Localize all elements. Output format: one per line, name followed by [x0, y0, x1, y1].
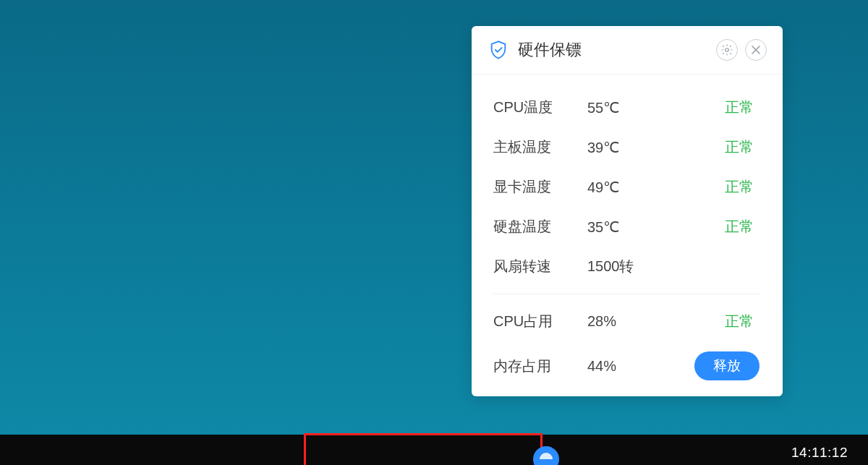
release-memory-button[interactable]: 释放 — [694, 351, 760, 380]
metric-status: 正常 — [660, 312, 761, 331]
taskbar[interactable]: 14:11:12 — [0, 435, 868, 465]
metric-row-cpu-temp: CPU温度 55℃ 正常 — [493, 88, 761, 127]
metric-row-board-temp: 主板温度 39℃ 正常 — [493, 127, 761, 167]
panel-body: CPU温度 55℃ 正常 主板温度 39℃ 正常 显卡温度 49℃ 正常 硬盘温… — [472, 74, 783, 396]
divider — [493, 294, 761, 294]
settings-button[interactable] — [716, 39, 738, 61]
metric-action: 释放 — [660, 351, 761, 380]
metric-row-gpu-temp: 显卡温度 49℃ 正常 — [493, 167, 761, 207]
metric-value: 1500转 — [587, 257, 660, 276]
metric-status: 正常 — [660, 98, 761, 117]
panel-header: 硬件保镖 — [472, 26, 783, 74]
metric-label: 显卡温度 — [493, 177, 587, 197]
metric-row-fan-speed: 风扇转速 1500转 — [493, 247, 761, 286]
metric-value: 39℃ — [587, 139, 660, 156]
metric-label: 硬盘温度 — [493, 217, 587, 236]
metric-status: 正常 — [660, 177, 761, 197]
taskbar-clock[interactable]: 14:11:12 — [791, 445, 848, 461]
metric-row-memory-usage: 内存占用 44% 释放 — [493, 341, 761, 391]
shield-check-icon — [488, 39, 509, 61]
metric-row-disk-temp: 硬盘温度 35℃ 正常 — [493, 207, 761, 247]
metric-label: 主板温度 — [493, 137, 587, 157]
metric-label: CPU占用 — [493, 312, 587, 331]
metric-value: 55℃ — [587, 99, 660, 116]
panel-title: 硬件保镖 — [518, 39, 709, 61]
metric-row-cpu-usage: CPU占用 28% 正常 — [493, 302, 761, 341]
taskbar-highlight-box — [304, 433, 542, 465]
metric-status: 正常 — [660, 217, 761, 236]
svg-point-0 — [726, 48, 729, 52]
metric-value: 28% — [587, 313, 660, 330]
hardware-guard-panel: 硬件保镖 CPU温度 55℃ 正常 主板温度 39℃ 正常 显卡温度 49℃ — [472, 26, 783, 396]
close-button[interactable] — [745, 39, 767, 61]
metric-value: 49℃ — [587, 179, 660, 196]
tray-app-icon[interactable] — [529, 438, 563, 465]
metric-status: 正常 — [660, 137, 761, 157]
metric-value: 35℃ — [587, 218, 660, 236]
metric-value: 44% — [587, 358, 660, 375]
metric-label: 风扇转速 — [493, 257, 587, 276]
metric-label: 内存占用 — [493, 357, 587, 376]
metric-label: CPU温度 — [493, 98, 587, 117]
